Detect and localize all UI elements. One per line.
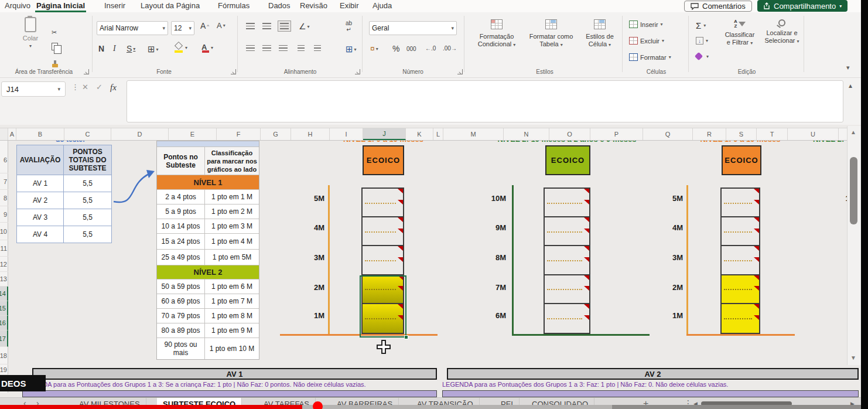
class-cell[interactable]: 1 pto em 9 M [205,323,259,338]
class-cell[interactable]: 1 pto em 8 M [205,309,259,323]
class-cell[interactable]: 2 a 4 ptos [157,190,205,204]
menu-tab-ajuda[interactable]: Ajuda [373,1,392,10]
row-header[interactable]: 8 [0,190,8,206]
paste-button[interactable]: Colar ▾ [16,17,45,50]
chart2-column[interactable] [544,188,590,334]
increase-decimal-button[interactable]: ←.0 [425,45,436,52]
class-cell[interactable]: 1 pto em 1 M [205,190,259,204]
wrap-text-button[interactable]: ab↵ [346,21,352,32]
row-header-selected[interactable]: 14 [0,287,8,301]
orientation-button[interactable]: ∠▾ [299,22,310,31]
class-cell[interactable]: 1 pto em 7 M [205,294,259,308]
vscroll-up-icon[interactable]: ▲ [850,129,856,135]
font-size-select[interactable]: 12▾ [171,21,194,35]
level2-band[interactable]: NÍVEL 2 [157,265,259,279]
increase-indent-button[interactable] [314,45,321,52]
row-header[interactable]: 11 [0,240,8,257]
vscroll-down-icon[interactable]: ▼ [850,355,856,361]
chart-cell[interactable] [363,246,403,275]
chart-cell-filled[interactable] [722,304,759,333]
menu-tab-revisao[interactable]: Revisão [300,1,327,10]
comments-button[interactable]: Comentários [684,1,752,12]
class-cell[interactable]: 1 pto em 10 M [205,338,259,359]
clear-button[interactable]: ▾ [696,53,709,59]
decrease-decimal-button[interactable]: .00→ [443,45,457,52]
format-cells-button[interactable]: Formatar▾ [629,53,671,61]
insert-cells-button[interactable]: Inserir▾ [629,21,663,28]
chart-cell[interactable] [363,189,403,217]
row-header-selected[interactable]: 15 [0,301,8,316]
chart-cell[interactable] [722,189,759,217]
autosum-button[interactable]: Σ▾ [696,21,706,30]
align-left-button[interactable] [246,45,255,52]
column-header[interactable]: M [443,128,504,140]
alignment-dialog-launcher-icon[interactable] [355,69,360,74]
class-cell[interactable]: 1 pto em 4 M [205,234,259,249]
column-header[interactable]: B [16,128,64,140]
chart-cell-filled[interactable] [722,275,759,304]
class-cell[interactable]: 50 a 59 ptos [157,280,205,294]
cancel-entry-button[interactable]: ✕ [82,83,88,91]
row-header[interactable]: 7 [0,173,8,190]
eval-cell[interactable]: AV 2 [17,192,64,209]
decrease-indent-button[interactable] [298,45,305,52]
font-color-button[interactable]: A ▾ [201,43,213,52]
name-box[interactable]: J14 ▾ [1,81,66,97]
find-select-button[interactable]: Localizar e Selecionar ▾ [763,19,801,45]
class-cell[interactable]: 25 a 49 ptos [157,250,205,265]
chart-cell[interactable] [545,217,589,246]
class-cell[interactable]: 80 a 89 ptos [157,323,205,338]
menu-tab-inserir[interactable]: Inserir [104,1,125,10]
font-name-select[interactable]: Arial Narrow▾ [97,21,168,35]
row-header-selected[interactable]: 16 [0,316,8,330]
class-cell[interactable]: 70 a 79 ptos [157,309,205,323]
class-cell[interactable]: 15 a 24 ptos [157,234,205,249]
align-bottom-button[interactable] [278,21,291,32]
chart-cell[interactable] [363,217,403,246]
copy-button[interactable]: ▾ [52,43,61,50]
align-center-button[interactable] [262,45,271,52]
chart-cell[interactable] [722,246,759,275]
menu-tab-layout[interactable]: Layout da Página [141,1,200,10]
grow-font-button[interactable]: A^ [200,21,209,30]
italic-button[interactable]: I [113,44,116,53]
column-header[interactable]: C [64,128,111,140]
class-cell[interactable]: 60 a 69 ptos [157,294,205,308]
video-progress-remaining[interactable] [612,405,861,409]
cut-button[interactable]: ✂ [52,29,57,36]
menu-tab-formulas[interactable]: Fórmulas [218,1,250,10]
class-header-pontos[interactable]: Pontos no Subteste [157,147,205,175]
number-format-select[interactable]: Geral▾ [369,21,457,35]
chart-cell[interactable] [545,275,589,304]
eval-cell[interactable]: AV 1 [17,175,64,192]
bold-button[interactable]: N [98,44,104,53]
menu-tab-dados[interactable]: Dados [268,1,291,10]
row-header-selected[interactable]: 17 [0,330,8,347]
eval-cell[interactable]: 5,5 [64,192,111,209]
eval-header-pontos[interactable]: PONTOS TOTAIS DO SUBTESTE [64,145,111,175]
font-dialog-launcher-icon[interactable] [231,69,236,74]
column-header[interactable]: F [217,128,261,140]
column-header-selected[interactable]: J [363,128,406,140]
conditional-formatting-button[interactable]: Formatação Condicional ▾ [472,19,521,49]
row-header[interactable]: 6 [0,146,8,173]
row-header[interactable]: 19 [0,364,8,375]
chart3-column[interactable] [720,188,760,334]
eval-cell[interactable]: 5,5 [64,175,111,192]
eval-header-avaliacao[interactable]: AVALIAÇÃO [17,145,64,175]
class-cell[interactable]: 1 pto em 5M [205,250,259,265]
select-all-corner[interactable] [0,128,8,140]
chart-cell[interactable] [545,189,589,217]
column-header[interactable]: P [590,128,643,140]
fill-color-button[interactable]: ▾ [175,43,187,52]
level1-band[interactable]: NÍVEL 1 [157,175,259,189]
column-header[interactable]: D [111,128,169,140]
class-cell[interactable]: 1 pto em 2 M [205,205,259,219]
chart-cell[interactable] [545,246,589,275]
column-header[interactable]: N [504,128,549,140]
fill-button[interactable]: ↓▾ [696,37,708,45]
row-header[interactable]: 18 [0,347,8,364]
column-header[interactable]: Q [643,128,693,140]
comma-style-button[interactable]: 000 [406,46,416,52]
vertical-scrollbar-thumb[interactable] [850,157,857,224]
